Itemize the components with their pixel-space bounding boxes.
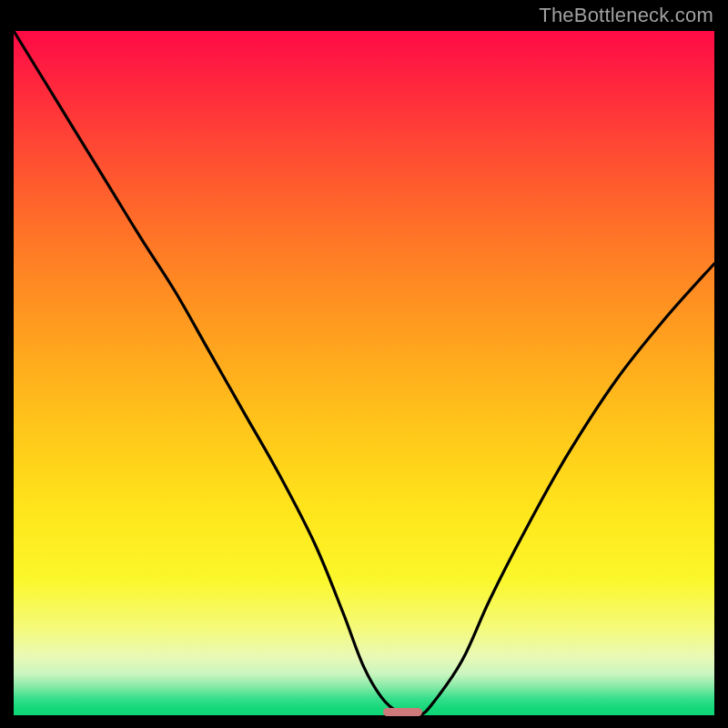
minimum-marker [383,708,422,716]
watermark-text: TheBottleneck.com [539,4,713,27]
plot-area [14,31,714,715]
curve-svg [14,31,714,715]
chart-frame: TheBottleneck.com [0,0,728,728]
bottleneck-curve-path [14,31,714,715]
